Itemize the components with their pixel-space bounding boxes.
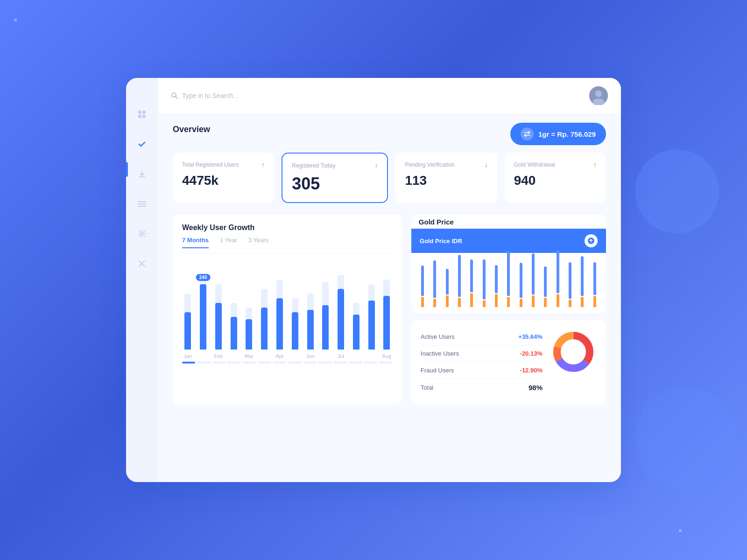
stat-card-registered-today: Registered Today ↑ 305: [282, 153, 388, 203]
progress-dot-10: [334, 362, 347, 364]
svg-point-13: [595, 91, 602, 97]
gold-bar-group-1: [430, 260, 439, 307]
sidebar: [126, 78, 158, 482]
stat-row-fraud: Fraud Users -12.90%: [421, 362, 543, 379]
sidebar-icon-settings[interactable]: [134, 225, 150, 242]
chart-label-7: [289, 353, 301, 359]
stats-grid: Total Registered Users ↑ 4475k Registere…: [173, 153, 606, 203]
stat-row-value-total: 98%: [529, 384, 543, 392]
stat-label-gold: Gold Withdrawal ↑: [514, 161, 597, 168]
gold-bar-group-13: [578, 256, 587, 307]
progress-dot-12: [364, 362, 377, 364]
stat-row-total: Total 98%: [421, 379, 543, 396]
svg-rect-3: [142, 115, 146, 118]
stat-value-today: 305: [292, 174, 378, 194]
stat-row-value-active: +35.64%: [518, 333, 543, 340]
stats-rows: Active Users +35.64% Inactive Users -20.…: [421, 329, 543, 396]
gold-bar-blue-10: [544, 266, 547, 297]
tab-7months[interactable]: 7 Months: [182, 237, 209, 248]
progress-dot-13: [379, 362, 392, 364]
chart-label-10: Jul: [335, 353, 347, 359]
dot-grid-topleft: for(let i=0;i<63;i++) document.currentSc…: [14, 19, 77, 21]
progress-dot-3: [227, 362, 240, 364]
bar-group-0: [182, 294, 194, 350]
gold-bar-orange-0: [421, 297, 424, 307]
chart-tabs: 7 Months 1 Year 3 Years: [182, 237, 393, 253]
bar-group-2: [213, 284, 225, 350]
gold-bar-orange-1: [433, 299, 436, 307]
bar-group-5: [259, 289, 270, 350]
stat-value-pending: 113: [405, 173, 487, 188]
gold-bar-orange-11: [557, 294, 559, 307]
bar-group-1: 240: [197, 275, 209, 350]
chart-label-9: [320, 353, 331, 359]
donut-chart: [550, 329, 597, 375]
tab-3years[interactable]: 3 Years: [248, 237, 268, 248]
bar-group-9: [320, 282, 331, 350]
chart-label-4: Mar: [243, 353, 255, 359]
sidebar-icon-menu[interactable]: [134, 196, 150, 212]
topbar: Type in to Search...: [158, 78, 621, 113]
gold-bar-orange-10: [544, 298, 547, 307]
exchange-rate-label: 1gr = Rp. 756.029: [538, 130, 596, 138]
user-avatar[interactable]: [589, 86, 608, 105]
stat-value-total: 4475k: [182, 173, 265, 188]
search-bar[interactable]: Type in to Search...: [171, 92, 584, 99]
bar-group-8: [304, 294, 316, 350]
trend-icon-down: ↓: [485, 161, 488, 168]
exchange-icon: [521, 127, 534, 140]
progress-dot-0: [182, 362, 195, 364]
chart-label-3: [228, 353, 240, 359]
progress-dot-1: [197, 362, 210, 364]
gold-chart-label: Gold Price IDR: [420, 238, 462, 245]
bar-chart: 240 JanFebMarAprJunJulAug: [182, 261, 393, 364]
svg-point-20: [565, 343, 582, 360]
weekly-growth-title: Weekly User Growth: [182, 224, 393, 232]
progress-dot-6: [273, 362, 286, 364]
chart-label-1: [197, 353, 209, 359]
bar-group-10: [335, 275, 347, 350]
gold-bar-group-4: [467, 259, 476, 307]
stat-row-inactive: Inactive Users -20.13%: [421, 345, 543, 362]
chart-label-5: [259, 353, 270, 359]
tab-1year[interactable]: 1 Year: [220, 237, 237, 248]
gold-bar-orange-8: [520, 299, 522, 307]
stat-card-gold: Gold Withdrawal ↑ 940: [505, 153, 606, 203]
sidebar-icon-grid[interactable]: [134, 106, 150, 123]
stat-label-today: Registered Today ↑: [292, 162, 378, 169]
gold-bar-orange-13: [581, 297, 584, 307]
bar-group-6: [274, 280, 286, 350]
stat-row-value-inactive: -20.13%: [520, 350, 543, 357]
trend-icon-up: ↑: [261, 161, 265, 168]
right-panel: Gold Price Gold Price IDR: [411, 214, 606, 405]
gold-bar-orange-14: [593, 296, 596, 307]
sidebar-icon-check[interactable]: [134, 136, 150, 153]
bar-group-7: [289, 298, 301, 350]
bottom-grid: Weekly User Growth 7 Months 1 Year 3 Yea…: [173, 214, 606, 405]
sidebar-icon-download[interactable]: [134, 166, 150, 182]
sidebar-icon-close[interactable]: [134, 255, 150, 272]
exchange-rate-badge: 1gr = Rp. 756.029: [510, 123, 606, 145]
stat-value-gold: 940: [514, 173, 597, 188]
gold-price-title: Gold Price: [419, 218, 454, 226]
gold-bar-orange-9: [532, 295, 535, 307]
gold-bar-blue-2: [446, 269, 449, 294]
svg-rect-2: [138, 115, 141, 118]
gold-bar-orange-5: [483, 300, 486, 307]
gold-bar-blue-11: [557, 250, 559, 293]
gold-bar-blue-5: [483, 259, 486, 299]
gold-bar-group-5: [479, 259, 489, 307]
search-placeholder: Type in to Search...: [182, 92, 239, 99]
progress-dots: [182, 362, 393, 364]
trend-icon-up-today: ↑: [374, 162, 378, 169]
gold-bar-orange-12: [569, 300, 571, 307]
bar-group-12: [366, 284, 377, 350]
gold-bar-blue-9: [532, 253, 535, 294]
gold-upload-icon[interactable]: [585, 234, 598, 247]
gold-bar-group-12: [565, 262, 575, 307]
progress-dot-9: [318, 362, 331, 364]
stat-label-pending: Pending Verification ↓: [405, 161, 487, 168]
gold-bar-group-8: [516, 263, 526, 307]
stat-label-total: Total Registered Users ↑: [182, 161, 265, 168]
stat-row-label-fraud: Fraud Users: [421, 367, 454, 374]
